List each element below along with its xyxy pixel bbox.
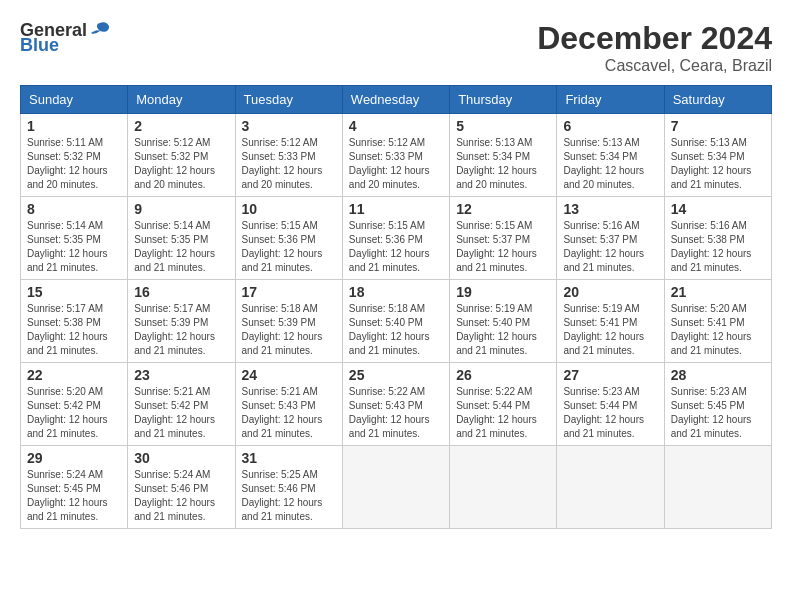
sunset-label: Sunset: 5:37 PM [456, 233, 550, 247]
daylight-label: Daylight: 12 hours and 21 minutes. [134, 496, 228, 524]
sunset-label: Sunset: 5:34 PM [563, 150, 657, 164]
daylight-label: Daylight: 12 hours and 21 minutes. [671, 413, 765, 441]
day-info: Sunrise: 5:20 AM Sunset: 5:41 PM Dayligh… [671, 302, 765, 358]
day-number: 16 [134, 284, 228, 300]
table-cell: 3 Sunrise: 5:12 AM Sunset: 5:33 PM Dayli… [235, 114, 342, 197]
sunset-label: Sunset: 5:44 PM [563, 399, 657, 413]
table-cell: 27 Sunrise: 5:23 AM Sunset: 5:44 PM Dayl… [557, 363, 664, 446]
sunrise-label: Sunrise: 5:20 AM [27, 385, 121, 399]
day-info: Sunrise: 5:21 AM Sunset: 5:43 PM Dayligh… [242, 385, 336, 441]
sunset-label: Sunset: 5:37 PM [563, 233, 657, 247]
day-info: Sunrise: 5:21 AM Sunset: 5:42 PM Dayligh… [134, 385, 228, 441]
daylight-label: Daylight: 12 hours and 21 minutes. [349, 330, 443, 358]
sunset-label: Sunset: 5:44 PM [456, 399, 550, 413]
sunset-label: Sunset: 5:41 PM [671, 316, 765, 330]
day-info: Sunrise: 5:24 AM Sunset: 5:46 PM Dayligh… [134, 468, 228, 524]
sunrise-label: Sunrise: 5:21 AM [242, 385, 336, 399]
day-number: 19 [456, 284, 550, 300]
sunrise-label: Sunrise: 5:14 AM [27, 219, 121, 233]
sunset-label: Sunset: 5:39 PM [134, 316, 228, 330]
sunset-label: Sunset: 5:35 PM [134, 233, 228, 247]
sunrise-label: Sunrise: 5:13 AM [456, 136, 550, 150]
table-cell [664, 446, 771, 529]
sunset-label: Sunset: 5:38 PM [671, 233, 765, 247]
sunset-label: Sunset: 5:45 PM [27, 482, 121, 496]
calendar-row: 22 Sunrise: 5:20 AM Sunset: 5:42 PM Dayl… [21, 363, 772, 446]
sunrise-label: Sunrise: 5:14 AM [134, 219, 228, 233]
table-cell: 15 Sunrise: 5:17 AM Sunset: 5:38 PM Dayl… [21, 280, 128, 363]
day-number: 30 [134, 450, 228, 466]
calendar-row: 15 Sunrise: 5:17 AM Sunset: 5:38 PM Dayl… [21, 280, 772, 363]
sunset-label: Sunset: 5:33 PM [242, 150, 336, 164]
table-cell: 22 Sunrise: 5:20 AM Sunset: 5:42 PM Dayl… [21, 363, 128, 446]
table-cell [342, 446, 449, 529]
sunrise-label: Sunrise: 5:15 AM [242, 219, 336, 233]
sunrise-label: Sunrise: 5:24 AM [27, 468, 121, 482]
day-info: Sunrise: 5:16 AM Sunset: 5:37 PM Dayligh… [563, 219, 657, 275]
daylight-label: Daylight: 12 hours and 21 minutes. [456, 247, 550, 275]
calendar-row: 1 Sunrise: 5:11 AM Sunset: 5:32 PM Dayli… [21, 114, 772, 197]
sunset-label: Sunset: 5:33 PM [349, 150, 443, 164]
col-wednesday: Wednesday [342, 86, 449, 114]
day-info: Sunrise: 5:14 AM Sunset: 5:35 PM Dayligh… [27, 219, 121, 275]
table-cell: 6 Sunrise: 5:13 AM Sunset: 5:34 PM Dayli… [557, 114, 664, 197]
day-info: Sunrise: 5:19 AM Sunset: 5:41 PM Dayligh… [563, 302, 657, 358]
day-info: Sunrise: 5:13 AM Sunset: 5:34 PM Dayligh… [671, 136, 765, 192]
sunrise-label: Sunrise: 5:24 AM [134, 468, 228, 482]
day-number: 2 [134, 118, 228, 134]
day-info: Sunrise: 5:19 AM Sunset: 5:40 PM Dayligh… [456, 302, 550, 358]
daylight-label: Daylight: 12 hours and 21 minutes. [134, 413, 228, 441]
day-number: 8 [27, 201, 121, 217]
table-cell [557, 446, 664, 529]
sunrise-label: Sunrise: 5:18 AM [349, 302, 443, 316]
sunset-label: Sunset: 5:45 PM [671, 399, 765, 413]
day-number: 20 [563, 284, 657, 300]
table-cell: 25 Sunrise: 5:22 AM Sunset: 5:43 PM Dayl… [342, 363, 449, 446]
table-cell: 12 Sunrise: 5:15 AM Sunset: 5:37 PM Dayl… [450, 197, 557, 280]
day-number: 29 [27, 450, 121, 466]
sunset-label: Sunset: 5:36 PM [349, 233, 443, 247]
sunrise-label: Sunrise: 5:13 AM [563, 136, 657, 150]
sunset-label: Sunset: 5:38 PM [27, 316, 121, 330]
table-cell: 20 Sunrise: 5:19 AM Sunset: 5:41 PM Dayl… [557, 280, 664, 363]
sunset-label: Sunset: 5:36 PM [242, 233, 336, 247]
day-number: 10 [242, 201, 336, 217]
daylight-label: Daylight: 12 hours and 20 minutes. [27, 164, 121, 192]
col-thursday: Thursday [450, 86, 557, 114]
day-info: Sunrise: 5:25 AM Sunset: 5:46 PM Dayligh… [242, 468, 336, 524]
daylight-label: Daylight: 12 hours and 21 minutes. [27, 247, 121, 275]
sunset-label: Sunset: 5:40 PM [456, 316, 550, 330]
day-info: Sunrise: 5:12 AM Sunset: 5:32 PM Dayligh… [134, 136, 228, 192]
sunrise-label: Sunrise: 5:13 AM [671, 136, 765, 150]
daylight-label: Daylight: 12 hours and 21 minutes. [563, 413, 657, 441]
table-cell: 5 Sunrise: 5:13 AM Sunset: 5:34 PM Dayli… [450, 114, 557, 197]
daylight-label: Daylight: 12 hours and 21 minutes. [349, 413, 443, 441]
calendar-header-row: Sunday Monday Tuesday Wednesday Thursday… [21, 86, 772, 114]
daylight-label: Daylight: 12 hours and 20 minutes. [134, 164, 228, 192]
day-info: Sunrise: 5:12 AM Sunset: 5:33 PM Dayligh… [349, 136, 443, 192]
sunset-label: Sunset: 5:32 PM [134, 150, 228, 164]
table-cell [450, 446, 557, 529]
day-info: Sunrise: 5:18 AM Sunset: 5:40 PM Dayligh… [349, 302, 443, 358]
sunrise-label: Sunrise: 5:23 AM [671, 385, 765, 399]
sunset-label: Sunset: 5:46 PM [134, 482, 228, 496]
day-number: 7 [671, 118, 765, 134]
day-number: 24 [242, 367, 336, 383]
daylight-label: Daylight: 12 hours and 21 minutes. [134, 330, 228, 358]
day-number: 5 [456, 118, 550, 134]
day-info: Sunrise: 5:15 AM Sunset: 5:36 PM Dayligh… [242, 219, 336, 275]
day-number: 6 [563, 118, 657, 134]
day-number: 28 [671, 367, 765, 383]
sunrise-label: Sunrise: 5:19 AM [456, 302, 550, 316]
title-area: December 2024 Cascavel, Ceara, Brazil [537, 20, 772, 75]
daylight-label: Daylight: 12 hours and 21 minutes. [134, 247, 228, 275]
day-number: 9 [134, 201, 228, 217]
day-number: 3 [242, 118, 336, 134]
day-number: 1 [27, 118, 121, 134]
day-number: 4 [349, 118, 443, 134]
sunrise-label: Sunrise: 5:12 AM [349, 136, 443, 150]
daylight-label: Daylight: 12 hours and 21 minutes. [671, 330, 765, 358]
sunrise-label: Sunrise: 5:21 AM [134, 385, 228, 399]
day-info: Sunrise: 5:18 AM Sunset: 5:39 PM Dayligh… [242, 302, 336, 358]
table-cell: 1 Sunrise: 5:11 AM Sunset: 5:32 PM Dayli… [21, 114, 128, 197]
